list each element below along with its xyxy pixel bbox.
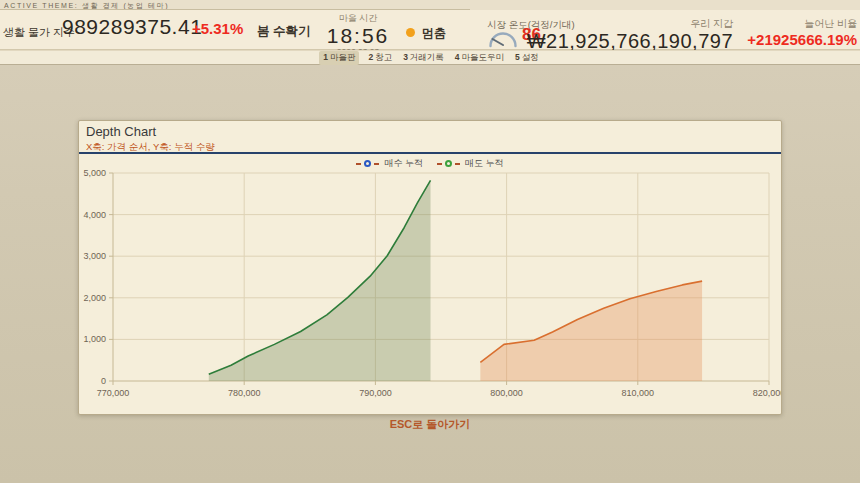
growth-value: +21925666.19%: [747, 31, 857, 48]
svg-text:0: 0: [101, 376, 106, 386]
tab-village-board[interactable]: 1마을판: [319, 51, 359, 65]
depth-chart: 01,0002,0003,0004,0005,000770,000780,000…: [79, 169, 782, 413]
svg-text:820,000: 820,000: [753, 388, 782, 398]
growth-label: 늘어난 비율: [747, 17, 857, 31]
svg-text:5,000: 5,000: [83, 169, 106, 178]
depth-chart-panel: Depth Chart X축: 가격 순서, Y축: 누적 수량 매수 누적 매…: [78, 120, 782, 415]
active-theme-bar: ACTIVE THEME: 생활 경제 (농업 테마): [0, 0, 860, 10]
tab-settings[interactable]: 5설정: [513, 52, 541, 64]
legend-dash-icon: [437, 163, 442, 165]
cpi-change: +5.31%: [192, 20, 243, 37]
legend-dash-icon: [374, 163, 379, 165]
pause-status-dot-icon: [406, 28, 415, 37]
clock-time: 18:56: [318, 25, 398, 47]
growth-group: 늘어난 비율 +21925666.19%: [747, 10, 857, 48]
header-rule: [79, 152, 781, 154]
legend-dash-icon: [356, 163, 361, 165]
stats-bar: 생활 물가 지수 989289375.41 +5.31% 봄 수확기 마을 시간…: [0, 10, 860, 50]
wallet-value: ₩21,925,766,190,797: [527, 31, 733, 51]
game-screen: ACTIVE THEME: 생활 경제 (농업 테마) 생활 물가 지수 989…: [0, 0, 860, 483]
svg-text:800,000: 800,000: [490, 388, 523, 398]
tab-trade-log[interactable]: 3거래기록: [401, 52, 446, 64]
esc-hint: ESC로 돌아가기: [0, 417, 860, 432]
svg-text:4,000: 4,000: [83, 210, 106, 220]
sell-marker-icon: [445, 160, 452, 167]
buy-marker-icon: [364, 160, 371, 167]
season-label: 봄 수확기: [257, 23, 310, 40]
svg-text:790,000: 790,000: [359, 388, 392, 398]
svg-text:810,000: 810,000: [622, 388, 655, 398]
pause-status-label: 멈춤: [422, 25, 446, 42]
cpi-value: 989289375.41: [62, 15, 202, 39]
chart-title: Depth Chart: [86, 124, 156, 139]
gauge-icon: [487, 30, 519, 52]
legend-dash-icon: [455, 163, 460, 165]
nav-bar: 1마을판 2창고 3거래기록 4마을도우미 5설정: [0, 50, 860, 65]
svg-text:1,000: 1,000: [83, 334, 106, 344]
wallet-label: 우리 지갑: [527, 17, 733, 31]
tab-village-helper[interactable]: 4마을도우미: [453, 52, 506, 64]
wallet-group: 우리 지갑 ₩21,925,766,190,797: [527, 10, 733, 51]
tab-warehouse[interactable]: 2창고: [366, 52, 394, 64]
svg-text:3,000: 3,000: [83, 251, 106, 261]
svg-text:780,000: 780,000: [228, 388, 261, 398]
svg-text:770,000: 770,000: [97, 388, 130, 398]
svg-text:2,000: 2,000: [83, 293, 106, 303]
